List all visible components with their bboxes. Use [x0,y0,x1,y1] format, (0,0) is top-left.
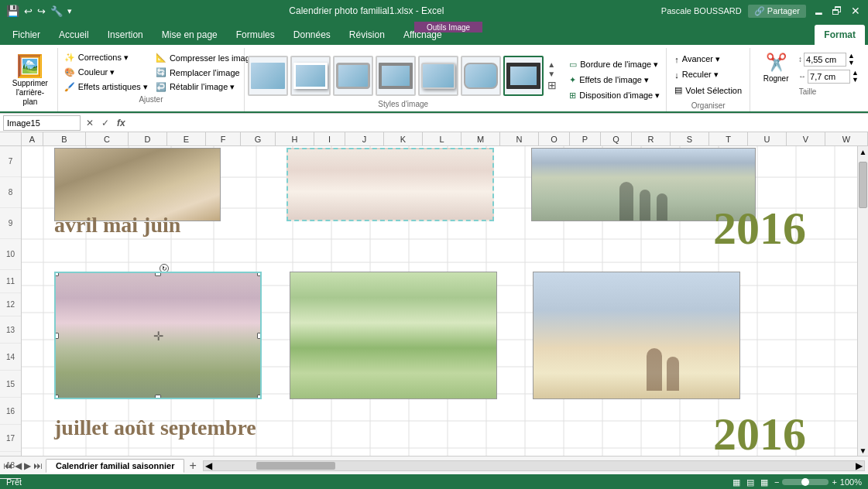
photo-cat[interactable] [54,148,221,221]
width-input[interactable] [808,70,850,84]
undo-icon[interactable]: ↩ [24,5,33,17]
handle-bl[interactable] [54,395,59,399]
zoom-slider[interactable] [782,479,829,485]
col-o[interactable]: O [539,132,570,145]
col-w[interactable]: W [825,132,868,145]
tab-formules[interactable]: Formules [227,25,284,45]
row-7[interactable]: 7 [0,146,21,177]
handle-mr[interactable] [257,333,262,339]
col-i[interactable]: I [314,132,345,145]
view-page-btn[interactable]: ▦ [760,477,768,487]
photo-garden[interactable] [290,272,497,399]
col-a[interactable]: A [22,132,43,145]
col-q[interactable]: Q [601,132,632,145]
save-icon[interactable]: 💾 [6,5,19,17]
handle-ml[interactable] [54,333,59,339]
scroll-down-btn[interactable]: ▼ [858,445,868,456]
height-down[interactable]: ▼ [848,60,855,67]
reculer-btn[interactable]: ↓Reculer ▾ [671,68,745,81]
next-sheet-btn[interactable]: ▶ [24,460,31,471]
row-12[interactable]: 12 [0,293,21,316]
close-btn[interactable]: ✕ [849,5,862,17]
col-m[interactable]: M [461,132,500,145]
row-10[interactable]: 10 [0,239,21,270]
tab-insertion[interactable]: Insertion [98,25,153,45]
width-down[interactable]: ▼ [852,77,859,84]
zoom-in-btn[interactable]: + [832,477,836,487]
vertical-scrollbar[interactable]: ▲ ▼ [857,146,868,456]
row-14[interactable]: 14 [0,344,21,371]
effets-image-btn[interactable]: ✦Effets de l'image ▾ [566,74,663,87]
style-item-3[interactable] [333,56,373,96]
row-16[interactable]: 16 [0,398,21,425]
photo-baby[interactable] [286,148,494,221]
disposition-image-btn[interactable]: ⊞Disposition d'image ▾ [566,89,663,102]
rogner-btn[interactable]: ✂️ Rogner [756,51,795,84]
photo-flowers[interactable]: ✛ [54,272,262,399]
share-btn[interactable]: 🔗 Partager [748,5,806,18]
handle-tc[interactable] [155,272,161,276]
col-n[interactable]: N [500,132,539,145]
handle-tl[interactable] [54,272,59,276]
tab-accueil[interactable]: Accueil [50,25,98,45]
col-j[interactable]: J [345,132,384,145]
row-13[interactable]: 13 [0,316,21,344]
style-item-4[interactable] [376,56,416,96]
style-item-5[interactable] [418,56,458,96]
couleur-btn[interactable]: 🎨Couleur ▾ [61,66,151,79]
photo-beach[interactable] [533,272,740,399]
hscroll-thumb[interactable] [256,462,335,470]
handle-tr[interactable] [257,272,262,276]
hscroll-left-btn[interactable]: ◀ [204,461,214,470]
zoom-out-btn[interactable]: − [774,477,779,487]
col-t[interactable]: T [709,132,748,145]
gallery-scroll[interactable]: ▲ ▼ ⊞ [546,59,558,93]
effets-artistiques-btn[interactable]: 🖌️Effets artistiques ▾ [61,80,151,94]
handle-bc[interactable] [155,395,161,399]
col-u[interactable]: U [748,132,787,145]
tab-format[interactable]: Format [815,25,865,45]
scroll-up-btn[interactable]: ▲ [858,146,868,157]
height-input[interactable] [804,53,846,67]
style-item-1[interactable] [248,56,288,96]
bordure-image-btn[interactable]: ▭Bordure de l'image ▾ [566,58,663,71]
avancer-btn[interactable]: ↑Avancer ▾ [671,53,723,66]
row-8[interactable]: 8 [0,177,21,208]
name-box[interactable] [3,115,81,131]
col-d[interactable]: D [129,132,167,145]
add-sheet-btn[interactable]: + [186,459,199,473]
col-p[interactable]: P [570,132,601,145]
macro-icon[interactable]: 🔧 [50,5,63,17]
col-g[interactable]: G [241,132,276,145]
style-item-2[interactable] [290,56,331,96]
handle-br[interactable] [257,395,262,399]
style-item-7[interactable] [503,56,544,96]
col-f[interactable]: F [206,132,241,145]
col-s[interactable]: S [671,132,709,145]
horizontal-scrollbar[interactable]: ◀ ▶ [203,460,865,471]
first-sheet-btn[interactable]: ⏮ [3,460,12,471]
col-l[interactable]: L [423,132,461,145]
col-h[interactable]: H [276,132,314,145]
col-r[interactable]: R [632,132,671,145]
row-17[interactable]: 17 [0,425,21,452]
confirm-formula-btn[interactable]: ✓ [99,118,112,128]
col-v[interactable]: V [787,132,825,145]
minimize-btn[interactable]: 🗕 [812,5,825,17]
scrollbar-thumb[interactable] [859,162,867,208]
col-b[interactable]: B [43,132,86,145]
fx-btn[interactable]: fx [115,118,128,128]
tab-fichier[interactable]: Fichier [3,25,50,45]
redo-icon[interactable]: ↪ [37,5,46,17]
tab-revision[interactable]: Révision [340,25,394,45]
row-15[interactable]: 15 [0,371,21,398]
col-c[interactable]: C [86,132,129,145]
view-layout-btn[interactable]: ▤ [746,477,754,487]
restore-btn[interactable]: 🗗 [831,5,843,17]
prev-sheet-btn[interactable]: ◀ [15,460,22,471]
supprimer-arriere-plan-btn[interactable]: 🖼️ Supprimer l'arrière-plan [3,48,58,111]
col-e[interactable]: E [167,132,206,145]
formula-input[interactable] [131,118,865,128]
tab-mise-en-page[interactable]: Mise en page [153,25,227,45]
tab-donnees[interactable]: Données [284,25,340,45]
